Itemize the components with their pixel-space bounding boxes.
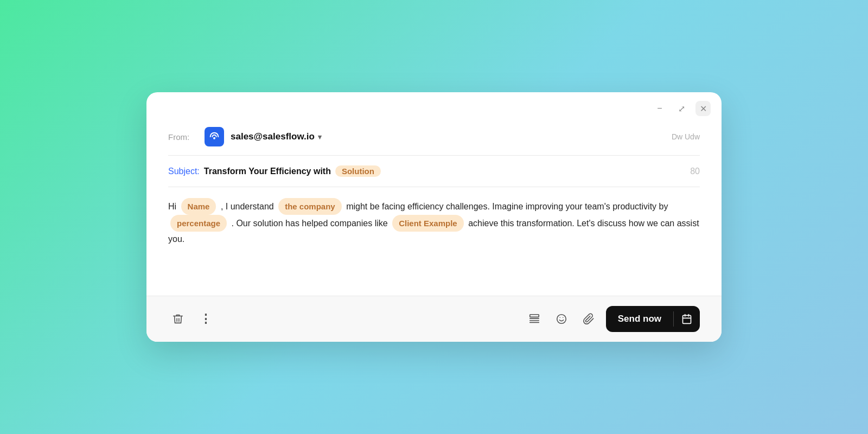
email-body-text: Hi Name , I understand the company might… [168,198,700,247]
subject-char-count: 80 [690,167,700,176]
subject-label: Subject: [168,167,200,176]
svg-point-5 [557,315,566,324]
email-body[interactable]: Hi Name , I understand the company might… [146,187,722,296]
close-button[interactable]: ✕ [695,101,711,116]
delete-button[interactable] [168,309,188,329]
percentage-tag: percentage [170,215,227,232]
company-tag: the company [278,198,342,215]
emoji-button[interactable] [552,309,571,329]
attach-button[interactable] [579,309,598,329]
maximize-button[interactable]: ⤢ [674,101,689,116]
send-schedule-button[interactable] [674,306,700,332]
from-row: From: sales@salesflow.io ▾ Dw Udw [146,120,722,155]
sender-logo [205,127,224,146]
window-chrome: − ⤢ ✕ [146,92,722,120]
toolbar-left: ⋮ [168,309,215,329]
client-tag: Client Example [392,215,464,232]
dropdown-arrow-icon: ▾ [318,133,322,141]
send-now-button[interactable]: Send now [606,306,673,332]
more-options-button[interactable]: ⋮ [195,309,215,329]
subject-highlight-tag: Solution [335,165,381,177]
avatar-initials: Dw Udw [672,132,700,141]
send-button-group: Send now [606,306,700,332]
email-compose-window: − ⤢ ✕ From: sales@salesflow.io ▾ Dw Udw … [146,92,722,342]
template-button[interactable] [525,309,544,329]
toolbar-right: Send now [525,306,700,332]
toolbar: ⋮ [146,296,722,342]
from-label: From: [168,132,198,142]
svg-point-0 [213,137,215,139]
name-tag: Name [181,198,216,215]
minimize-button[interactable]: − [652,101,667,116]
subject-row: Subject: Transform Your Efficiency with … [146,156,722,187]
subject-text-before: Transform Your Efficiency with [204,167,331,176]
sender-email-display[interactable]: sales@salesflow.io ▾ [231,131,322,142]
from-right-area: Dw Udw [672,132,700,141]
svg-rect-1 [529,315,539,317]
svg-rect-8 [683,315,691,323]
